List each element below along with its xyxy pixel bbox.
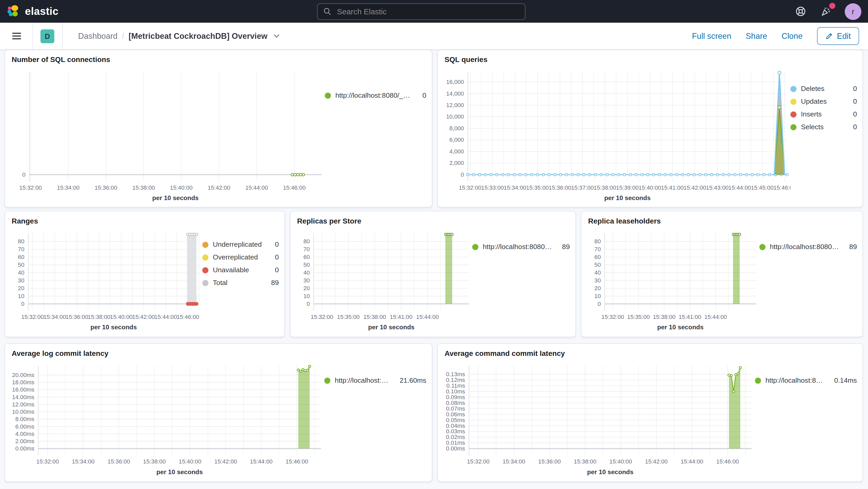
full-screen-link[interactable]: Full screen [692, 32, 731, 40]
app: elastic [0, 0, 868, 489]
svg-text:per 10 seconds: per 10 seconds [604, 194, 651, 202]
svg-text:15:36:00: 15:36:00 [549, 184, 571, 191]
legend-value: 0 [847, 111, 857, 118]
help-icon[interactable] [794, 5, 807, 18]
svg-text:15:46:00: 15:46:00 [286, 458, 308, 465]
svg-text:0: 0 [307, 301, 310, 307]
svg-text:15:35:00: 15:35:00 [337, 314, 360, 320]
legend-item[interactable]: Overreplicated0 [203, 253, 279, 261]
svg-text:per 10 seconds: per 10 seconds [90, 324, 137, 331]
legend-item[interactable]: Deletes0 [790, 85, 857, 93]
chart-plot[interactable]: 0.00ms2.00ms4.00ms6.00ms8.00ms10.00ms12.… [9, 361, 324, 479]
legend-swatch-icon [790, 98, 796, 104]
dashboard-app-badge: D [40, 29, 54, 43]
global-search[interactable] [317, 3, 525, 20]
chart-plot[interactable]: 015:32:0015:34:0015:36:0015:38:0015:40:0… [9, 67, 325, 205]
svg-text:10: 10 [594, 293, 601, 299]
svg-text:15:34:00: 15:34:00 [72, 458, 95, 465]
svg-text:15:43:00: 15:43:00 [706, 184, 729, 191]
legend-item[interactable]: http://localhost:8080/_stat...0 [325, 91, 426, 99]
svg-text:15:42:00: 15:42:00 [684, 184, 706, 191]
user-avatar[interactable]: r [845, 3, 862, 20]
legend-value: 0 [847, 85, 857, 93]
svg-text:20: 20 [18, 285, 25, 292]
legend-item[interactable]: Underreplicated0 [203, 241, 279, 248]
svg-text:10: 10 [18, 293, 25, 299]
svg-text:15:35:00: 15:35:00 [627, 314, 650, 320]
clone-link[interactable]: Clone [781, 32, 803, 40]
chart-plot[interactable]: 0102030405060708015:32:0015:35:0015:38:0… [586, 228, 760, 334]
legend-item[interactable]: http://localhost:808...21.60ms [324, 376, 426, 384]
divider [32, 23, 33, 49]
svg-text:per 10 seconds: per 10 seconds [156, 468, 203, 476]
newsfeed-icon[interactable] [819, 5, 833, 18]
svg-text:16.00ms: 16.00ms [12, 386, 34, 393]
legend-value: 0 [417, 91, 426, 99]
panel-sql-queries: SQL queries 02,0004,0006,0008,00010,0001… [437, 49, 863, 207]
brand[interactable]: elastic [7, 4, 317, 18]
svg-text:8,000: 8,000 [450, 125, 464, 131]
svg-text:per 10 seconds: per 10 seconds [368, 324, 414, 331]
legend-label: http://localhost:808... [335, 376, 390, 384]
svg-text:15:40:00: 15:40:00 [610, 458, 632, 465]
svg-text:15:44:00: 15:44:00 [728, 184, 751, 191]
panel-replicas-per-store: Replicas per Store 0102030405060708015:3… [290, 211, 576, 337]
legend-label: Unavailable [213, 266, 249, 274]
svg-text:40: 40 [303, 269, 310, 276]
breadcrumb-dashboard-link[interactable]: Dashboard [78, 32, 118, 40]
search-input[interactable] [336, 6, 519, 16]
svg-text:60: 60 [303, 254, 310, 260]
legend-label: http://localhost:8080/_stat... [335, 91, 412, 99]
chart-legend: Deletes0Updates0Inserts0Selects0 [790, 67, 858, 205]
svg-text:15:44:00: 15:44:00 [154, 314, 177, 320]
svg-text:15:42:00: 15:42:00 [132, 314, 155, 320]
panel-replica-leaseholders: Replica leaseholders 0102030405060708015… [581, 211, 863, 337]
svg-text:0.04ms: 0.04ms [446, 423, 465, 429]
panel-number-of-sql-connections: Number of SQL connections 015:32:0015:34… [4, 49, 432, 207]
legend-value: 0 [269, 266, 279, 274]
legend-item[interactable]: http://localhost:8080/_sta...89 [472, 243, 570, 251]
svg-text:0: 0 [461, 172, 464, 178]
legend-item[interactable]: http://localhost:8080/_sta...89 [760, 243, 857, 251]
chart-plot[interactable]: 02,0004,0006,0008,00010,00012,00014,0001… [442, 67, 790, 205]
svg-text:0.08ms: 0.08ms [446, 400, 465, 406]
legend-item[interactable]: Total89 [203, 279, 279, 287]
legend-item[interactable]: http://localhost:8080...0.14ms [755, 376, 857, 384]
svg-text:per 10 seconds: per 10 seconds [587, 468, 633, 476]
edit-button[interactable]: Edit [817, 27, 859, 45]
svg-text:14,000: 14,000 [446, 90, 464, 97]
share-link[interactable]: Share [746, 32, 767, 40]
legend-item[interactable]: Selects0 [790, 123, 857, 131]
svg-text:15:36:00: 15:36:00 [66, 314, 88, 320]
svg-text:0.13ms: 0.13ms [446, 371, 465, 377]
panel-title: Average command commit latency [442, 348, 858, 361]
legend-item[interactable]: Inserts0 [790, 111, 857, 118]
svg-text:15:44:00: 15:44:00 [681, 458, 704, 465]
svg-text:20: 20 [594, 285, 601, 292]
panel-average-log-commit-latency: Average log commit latency 0.00ms2.00ms4… [4, 343, 432, 482]
legend-swatch-icon [203, 267, 208, 273]
chart-plot[interactable]: 0.00ms0.01ms0.02ms0.03ms0.04ms0.05ms0.06… [442, 361, 755, 479]
chart-plot[interactable]: 0102030405060708015:32:0015:34:0015:36:0… [9, 228, 203, 334]
legend-item[interactable]: Unavailable0 [203, 266, 279, 274]
svg-text:15:32:00: 15:32:00 [459, 184, 481, 191]
menu-icon[interactable] [9, 30, 25, 42]
svg-text:0.00ms: 0.00ms [446, 445, 465, 452]
legend-label: Underreplicated [213, 241, 262, 248]
svg-text:15:34:00: 15:34:00 [504, 184, 526, 191]
svg-text:15:46:00: 15:46:00 [716, 458, 739, 465]
svg-text:15:34:00: 15:34:00 [43, 314, 66, 320]
chevron-down-icon[interactable] [273, 34, 280, 38]
svg-text:15:40:00: 15:40:00 [170, 184, 193, 191]
svg-text:15:41:00: 15:41:00 [390, 314, 412, 320]
svg-text:4.00ms: 4.00ms [16, 431, 34, 437]
legend-item[interactable]: Updates0 [790, 98, 857, 105]
svg-text:15:32:00: 15:32:00 [21, 314, 44, 320]
svg-text:40: 40 [594, 269, 601, 276]
legend-swatch-icon [790, 86, 796, 92]
dashboard-toolbar: D Dashboard / [Metricbeat CockroachDB] O… [0, 23, 868, 49]
legend-value: 21.60ms [394, 376, 426, 384]
chart-plot[interactable]: 0102030405060708015:32:0015:35:0015:38:0… [295, 228, 472, 334]
svg-text:2.00ms: 2.00ms [16, 438, 34, 445]
page-title: [Metricbeat CockroachDB] Overview [129, 32, 268, 40]
